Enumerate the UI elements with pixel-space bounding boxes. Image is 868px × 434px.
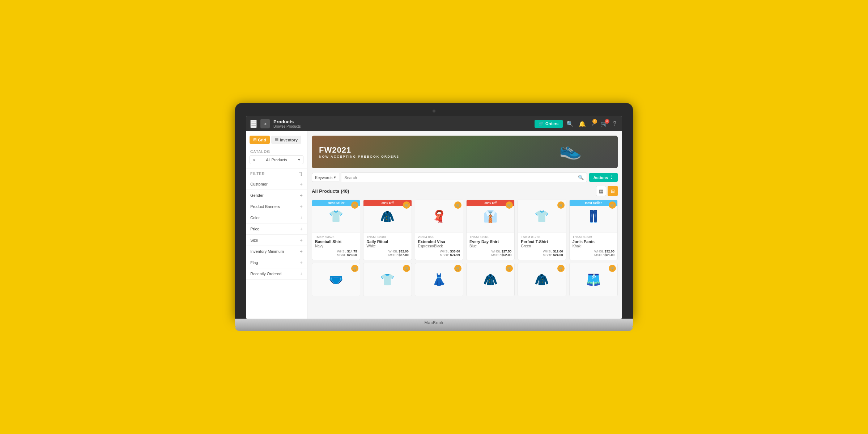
laptop: ☰ ≈ Products Browse Products 🛒 Orders 🔍 … [235,103,633,331]
product-card[interactable]: 🛒 👕 [363,263,412,296]
product-info: TNKM-93523 Baseball Shirt Navy WHSL $14.… [312,233,360,260]
actions-button[interactable]: Actions ⋮ [589,173,618,182]
catalog-dropdown[interactable]: ≈ All Products ▾ [250,155,303,164]
product-emoji: 👕 [375,267,400,292]
product-name: Baseball Shirt [315,239,357,244]
filter-item-label: Inventory Minimum [250,249,284,254]
add-to-cart-icon[interactable]: 🛒 [557,201,565,209]
add-to-cart-icon[interactable]: 🛒 [403,265,410,272]
filter-item[interactable]: Gender + [246,190,307,201]
product-emoji: 🧥 [478,267,503,292]
help-button[interactable]: ? [612,119,618,128]
cart-badge: 0 [605,119,609,124]
list-view-button[interactable]: ▦ [596,186,606,196]
search-input[interactable] [344,175,575,180]
filter-expand-icon: + [300,192,303,198]
page-subtitle: Browse Products [273,124,535,128]
product-card[interactable]: 🛒 🧣 23854-056 Extended Visa Espresso/Bla… [415,200,463,260]
right-panel: FW2021 NOW ACCEPTING PREBOOK ORDERS 👟 Ke… [307,131,622,319]
product-grid: Best Seller 🛒 👕 TNKM-93523 Baseball Shir… [312,200,618,296]
product-variant: Blue [469,244,511,248]
product-variant: Khaki [573,244,614,248]
app-logo: ≈ [260,119,270,128]
filter-item[interactable]: Size + [246,235,307,246]
filter-expand-icon: + [300,181,303,187]
product-card[interactable]: Best Seller 🛒 👕 TNKM-93523 Baseball Shir… [312,200,360,260]
product-price: WHSL $27.50 MSRP $52.00 [469,250,511,257]
laptop-foot [235,327,633,331]
product-price: WHSL $52.00 MSRP $87.00 [366,250,408,257]
actions-menu-icon: ⋮ [609,175,613,180]
filter-header: FILTER ⇅ [246,169,307,179]
banner-subtitle: NOW ACCEPTING PREBOOK ORDERS [319,155,399,158]
nav-title-block: Products Browse Products [273,119,535,128]
product-card[interactable]: Best Seller 🛒 👖 TNKM-80239 Jon's Pants K… [569,200,618,260]
inventory-view-button[interactable]: ☰ Inventory [271,136,302,144]
search-icon: 🔍 [578,175,584,180]
product-sku: TNKM-93523 [315,235,357,239]
share-badge: 1 [592,119,597,124]
product-card[interactable]: 🛒 👕 TNKM-81766 Perfect T-Shirt Green WHS… [518,200,566,260]
add-to-cart-icon[interactable]: 🛒 [403,201,410,209]
filter-item-label: Gender [250,193,264,197]
product-variant: White [366,244,408,248]
filter-items: Customer + Gender + Product Banners + Co… [246,179,307,280]
filter-sort-icon[interactable]: ⇅ [299,171,303,176]
filter-item[interactable]: Product Banners + [246,201,307,212]
product-card[interactable]: 🛒 🩳 [569,263,618,296]
product-emoji: 👔 [478,204,503,229]
filter-label: FILTER [250,172,265,176]
filter-item[interactable]: Price + [246,224,307,235]
product-variant: Green [521,244,563,248]
filter-item[interactable]: Customer + [246,179,307,190]
search-button[interactable]: 🔍 [565,119,575,129]
product-price: WHSL $14.75 MSRP $23.50 [315,250,357,257]
add-to-cart-icon[interactable]: 🛒 [557,265,565,272]
product-name: Perfect T-Shirt [521,239,563,244]
product-info: TNKM-81766 Perfect T-Shirt Green WHSL $1… [518,233,566,260]
laptop-base: MacBook [235,319,633,327]
filter-item[interactable]: Flag + [246,257,307,268]
catalog-icon: ≈ [253,158,255,162]
filter-item-label: Price [250,227,259,231]
hamburger-button[interactable]: ☰ [250,120,257,128]
view-mode-buttons: ▦ ⊞ [596,186,618,196]
grid-view-button[interactable]: ⊞ Grid [250,136,270,144]
product-price: WHSL $35.00 MSRP $74.99 [418,250,460,257]
keywords-dropdown[interactable]: Keywords ▾ [312,173,339,182]
product-sku: TNKM-81766 [521,235,563,239]
product-name: Every Day Shirt [469,239,511,244]
app: ☰ ≈ Products Browse Products 🛒 Orders 🔍 … [246,116,622,319]
banner-text: FW2021 NOW ACCEPTING PREBOOK ORDERS [319,145,399,158]
screen: ☰ ≈ Products Browse Products 🛒 Orders 🔍 … [246,116,622,319]
product-info: TNKM-80239 Jon's Pants Khaki WHSL $32.00… [570,233,617,260]
product-card[interactable]: 🛒 👗 [415,263,463,296]
filter-item-label: Size [250,238,258,242]
cart-button[interactable]: 🛒 0 [599,119,609,129]
product-card[interactable]: 30% Off 🛒 🧥 TNKM-37980 Daily Ritual Whit… [363,200,412,260]
filter-item[interactable]: Recently Ordered + [246,268,307,280]
share-button[interactable]: ↗ 1 [590,119,597,129]
add-to-cart-icon[interactable]: 🛒 [454,201,461,209]
inventory-icon: ☰ [275,137,278,142]
product-card[interactable]: 🛒 🧥 [518,263,566,296]
search-bar: Keywords ▾ 🔍 Actions ⋮ [312,173,618,182]
product-emoji: 🧥 [375,204,400,229]
product-price: WHSL $12.00 MSRP $24.00 [521,250,563,257]
notifications-button[interactable]: 🔔 [577,119,587,129]
product-card[interactable]: 30% Off 🛒 👔 TNKM-67961 Every Day Shirt B… [466,200,515,260]
laptop-brand-label: MacBook [425,320,444,325]
filter-expand-icon: + [300,237,303,243]
filter-expand-icon: + [300,204,303,209]
filter-expand-icon: + [300,215,303,221]
filter-item[interactable]: Inventory Minimum + [246,246,307,257]
product-sku: TNKM-80239 [573,235,614,239]
orders-button[interactable]: 🛒 Orders [535,120,563,128]
grid-view-mode-button[interactable]: ⊞ [608,186,618,196]
filter-item[interactable]: Color + [246,212,307,224]
product-card[interactable]: 🛒 🩲 [312,263,360,296]
filter-expand-icon: + [300,226,303,232]
product-card[interactable]: 🛒 🧥 [466,263,515,296]
product-emoji: 👖 [581,204,606,229]
add-to-cart-icon[interactable]: 🛒 [609,201,616,209]
